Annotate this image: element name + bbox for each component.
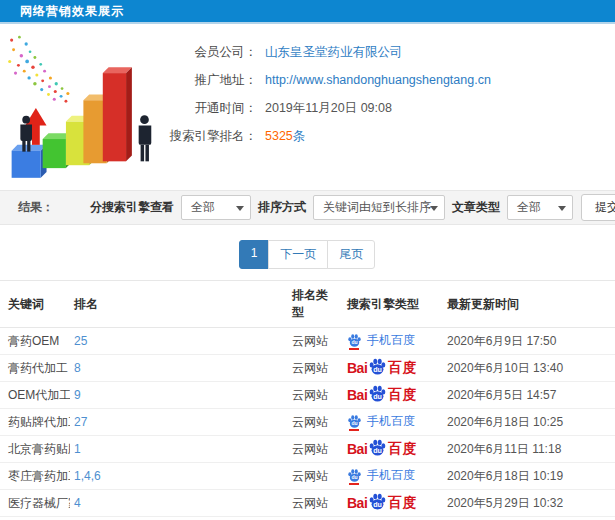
baidu-bai-text: Bai — [347, 360, 367, 376]
mobile-baidu-logo: du 手机百度 — [347, 413, 415, 430]
rank-type-cell: 云网站 — [288, 517, 343, 520]
info-row-url: 推广地址： http://www.shandonghuangshengtang.… — [160, 66, 615, 94]
ranking-count-value: 5325条 — [265, 128, 305, 145]
sort-select[interactable]: 关键词由短到长排序 — [313, 195, 445, 220]
rank-link[interactable]: 4 — [74, 496, 81, 510]
keyword-cell: 药贴牌代加工 — [0, 409, 70, 436]
table-row: 药贴牌代加工 27 云网站 du 手机百度 2020年6月18日 10:25 — [0, 409, 615, 436]
updated-cell: 2020年6月18日 10:25 — [443, 409, 615, 436]
engine-cell: du 手机百度 — [343, 328, 443, 355]
baidu-paw-icon: du — [368, 492, 387, 511]
businessman-right — [139, 115, 152, 161]
rank-type-cell: 云网站 — [288, 409, 343, 436]
baidu-cn-text: 百度 — [388, 440, 417, 458]
mobile-baidu-logo: du 手机百度 — [347, 332, 415, 349]
rank-link[interactable]: 9 — [74, 388, 81, 402]
keyword-cell: 菏泽膏药厂家 — [0, 517, 70, 520]
pagination: 1 下一页 尾页 — [0, 240, 615, 269]
updated-cell: 2020年6月10日 13:40 — [443, 355, 615, 382]
engine-cell: du 手机百度 — [343, 409, 443, 436]
baidu-bai-text: Bai — [347, 441, 367, 457]
svg-text:du: du — [373, 446, 382, 454]
keyword-cell: 膏药OEM — [0, 328, 70, 355]
ranking-count-number: 5325 — [265, 129, 293, 143]
red-underline — [349, 348, 359, 350]
keyword-cell: 北京膏药贴牌 — [0, 436, 70, 463]
keyword-cell: 枣庄膏药加工 — [0, 463, 70, 490]
open-time-label: 开通时间： — [160, 100, 257, 117]
rank-type-cell: 云网站 — [288, 463, 343, 490]
mobile-baidu-label: 手机百度 — [367, 332, 415, 349]
next-page-button[interactable]: 下一页 — [268, 240, 328, 269]
mobile-baidu-label: 手机百度 — [367, 413, 415, 430]
updated-cell: 2020年6月18日 10:19 — [443, 463, 615, 490]
rank-link[interactable]: 25 — [74, 334, 87, 348]
last-page-button[interactable]: 尾页 — [327, 240, 375, 269]
svg-text:du: du — [351, 420, 357, 426]
company-label: 会员公司： — [160, 44, 257, 61]
info-row-ranking-count: 搜索引擎排名： 5325条 — [160, 122, 615, 150]
sort-filter-label: 排序方式 — [258, 199, 306, 216]
updated-cell: 2020年6月11日 11:18 — [443, 436, 615, 463]
rank-link[interactable]: 8 — [74, 361, 81, 375]
info-section: 会员公司： 山东皇圣堂药业有限公司 推广地址： http://www.shand… — [0, 24, 615, 184]
table-row: 北京膏药贴牌 1 云网站 Bai du 百度 2020年6月11日 11:18 — [0, 436, 615, 463]
engine-cell: du 手机百度 — [343, 517, 443, 520]
updated-cell: 2020年5月29日 10:32 — [443, 490, 615, 517]
submit-button[interactable]: 提交 — [581, 194, 615, 221]
updated-cell: 2020年6月9日 17:50 — [443, 328, 615, 355]
article-type-select[interactable]: 全部 — [507, 195, 573, 220]
filter-bar: 结果： 分搜索引擎查看 全部 排序方式 关键词由短到长排序 文章类型 全部 提交 — [0, 190, 615, 225]
rank-type-cell: 云网站 — [288, 436, 343, 463]
engine-select[interactable]: 全部 — [181, 195, 251, 220]
updated-cell: 2020年6月11日 11:40 — [443, 517, 615, 520]
red-underline — [349, 429, 359, 431]
baidu-logo: Bai du 百度 — [347, 440, 417, 459]
updated-cell: 2020年6月5日 14:57 — [443, 382, 615, 409]
header-rank: 排名 — [70, 281, 288, 328]
baidu-paw-icon: du — [347, 468, 362, 483]
svg-text:du: du — [373, 500, 382, 508]
engine-cell: Bai du 百度 — [343, 382, 443, 409]
confetti-dots — [8, 36, 69, 103]
engine-cell: Bai du 百度 — [343, 436, 443, 463]
table-row: 膏药代加工 8 云网站 Bai du 百度 2020年6月10日 13:40 — [0, 355, 615, 382]
keyword-cell: 膏药代加工 — [0, 355, 70, 382]
rank-type-cell: 云网站 — [288, 328, 343, 355]
svg-text:du: du — [373, 365, 382, 373]
rank-link[interactable]: 1,4,6 — [74, 469, 101, 483]
mobile-baidu-label: 手机百度 — [367, 467, 415, 484]
engine-cell: du 手机百度 — [343, 463, 443, 490]
ranking-count-suffix: 条 — [293, 129, 306, 143]
rank-type-cell: 云网站 — [288, 490, 343, 517]
rank-link[interactable]: 27 — [74, 415, 87, 429]
info-row-company: 会员公司： 山东皇圣堂药业有限公司 — [160, 38, 615, 66]
baidu-logo: Bai du 百度 — [347, 386, 417, 405]
svg-text:du: du — [351, 474, 357, 480]
promotion-url-link[interactable]: http://www.shandonghuangshengtang.cn — [265, 73, 491, 87]
page-title: 网络营销效果展示 — [20, 3, 124, 20]
engine-cell: Bai du 百度 — [343, 355, 443, 382]
baidu-bai-text: Bai — [347, 387, 367, 403]
rank-type-cell: 云网站 — [288, 355, 343, 382]
url-label: 推广地址： — [160, 72, 257, 89]
baidu-cn-text: 百度 — [388, 386, 417, 404]
info-row-open-time: 开通时间： 2019年11月20日 09:08 — [160, 94, 615, 122]
engine-cell: Bai du 百度 — [343, 490, 443, 517]
growth-chart-illustration — [0, 32, 160, 184]
baidu-logo: Bai du 百度 — [347, 494, 417, 513]
svg-text:du: du — [351, 339, 357, 345]
company-link[interactable]: 山东皇圣堂药业有限公司 — [265, 44, 403, 61]
baidu-paw-icon: du — [368, 384, 387, 403]
svg-text:du: du — [373, 392, 382, 400]
rank-link[interactable]: 1 — [74, 442, 81, 456]
page-button-current[interactable]: 1 — [239, 240, 270, 269]
rank-type-cell: 云网站 — [288, 382, 343, 409]
table-row: 枣庄膏药加工 1,4,6 云网站 du 手机百度 2020年6月18日 10:1… — [0, 463, 615, 490]
baidu-cn-text: 百度 — [388, 359, 417, 377]
table-row: 菏泽膏药厂家 17 云网站 du 手机百度 2020年6月11日 11:40 — [0, 517, 615, 520]
baidu-bai-text: Bai — [347, 495, 367, 511]
red-underline — [349, 483, 359, 485]
account-info: 会员公司： 山东皇圣堂药业有限公司 推广地址： http://www.shand… — [160, 32, 615, 184]
table-row: 医疗器械厂家 4 云网站 Bai du 百度 2020年5月29日 10:32 — [0, 490, 615, 517]
